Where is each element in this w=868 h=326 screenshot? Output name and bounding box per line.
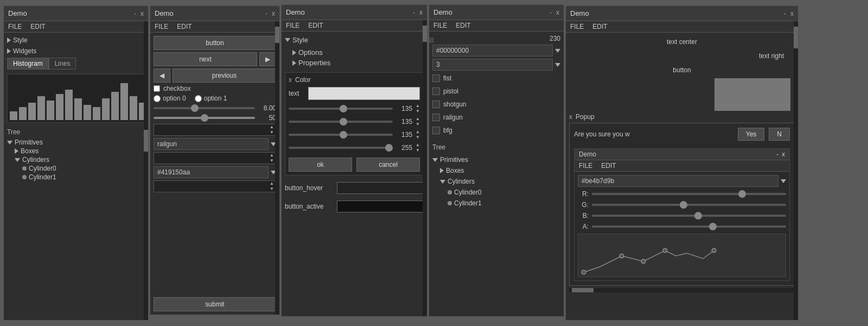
- bfg-checkbox[interactable]: [432, 127, 440, 134]
- widgets-tree-item[interactable]: Widgets: [7, 47, 145, 55]
- num2-input[interactable]: 217: [154, 153, 268, 164]
- panel1-close[interactable]: x: [141, 10, 144, 17]
- cylinder0-item[interactable]: Cylinder0: [7, 164, 145, 173]
- ch1-down[interactable]: ▼: [416, 109, 420, 114]
- next-arrow-icon[interactable]: ▶: [259, 52, 276, 66]
- color-x-btn[interactable]: x: [289, 76, 292, 84]
- properties-expand-row[interactable]: Properties: [292, 58, 424, 68]
- r-slider[interactable]: [592, 193, 786, 195]
- num-up-arrow[interactable]: ▲: [268, 124, 276, 130]
- options-expand-row[interactable]: Options: [292, 47, 424, 58]
- num3-input[interactable]: 3: [154, 181, 268, 192]
- panel5-close[interactable]: x: [790, 10, 794, 17]
- tab-histogram[interactable]: Histogram: [7, 58, 49, 70]
- panel5-menu-file[interactable]: FILE: [570, 23, 584, 30]
- ok-btn[interactable]: ok: [289, 158, 352, 172]
- panel4-close[interactable]: x: [556, 9, 559, 16]
- panel4-num2-arrow[interactable]: [555, 63, 560, 67]
- panel5-menu-edit[interactable]: EDIT: [592, 23, 607, 30]
- button-active-swatch[interactable]: [337, 200, 424, 212]
- panel5-scrollbar-h[interactable]: [569, 288, 795, 292]
- num2-down-arrow[interactable]: ▼: [268, 158, 276, 164]
- panel5-minimize[interactable]: -: [784, 10, 786, 17]
- tab-lines[interactable]: Lines: [49, 58, 76, 70]
- panel1-menu-file[interactable]: FILE: [8, 23, 22, 30]
- channel4-slider[interactable]: [289, 147, 393, 149]
- prev-arrow-icon[interactable]: ◀: [154, 68, 170, 83]
- checkbox-input[interactable]: [154, 85, 160, 92]
- g-slider[interactable]: [592, 204, 786, 206]
- ch4-up[interactable]: ▲: [416, 142, 420, 148]
- a-slider[interactable]: [592, 225, 786, 228]
- b-slider[interactable]: [592, 215, 786, 217]
- panel4-menu-edit[interactable]: EDIT: [456, 22, 470, 29]
- panel5-scrollbar[interactable]: [794, 21, 798, 320]
- color-val[interactable]: #419150aa: [154, 166, 269, 178]
- inner-minimize[interactable]: -: [776, 151, 778, 158]
- panel3-minimize[interactable]: -: [413, 9, 415, 16]
- inner-close[interactable]: x: [782, 151, 785, 158]
- panel1-minimize[interactable]: -: [134, 10, 136, 17]
- channel3-slider[interactable]: [289, 134, 393, 136]
- panel2-close[interactable]: x: [272, 10, 275, 17]
- next-btn[interactable]: next: [154, 52, 257, 66]
- railgun-checkbox[interactable]: [432, 114, 440, 121]
- inner-menu-edit[interactable]: EDIT: [601, 162, 616, 170]
- popup-x-btn[interactable]: x: [569, 113, 572, 121]
- yes-btn[interactable]: Yes: [738, 128, 765, 141]
- cylinders-item[interactable]: Cylinders: [7, 155, 145, 164]
- num3-up-arrow[interactable]: ▲: [268, 181, 276, 186]
- p4-cylinders-item[interactable]: Cylinders: [432, 177, 560, 186]
- inner-menu-file[interactable]: FILE: [579, 162, 592, 170]
- panel3-close[interactable]: x: [419, 9, 423, 16]
- panel4-num2-val[interactable]: 3: [432, 59, 553, 71]
- panel2-minimize[interactable]: -: [265, 10, 267, 17]
- channel2-slider[interactable]: [289, 121, 393, 123]
- button-btn[interactable]: button: [154, 36, 276, 50]
- ch3-up[interactable]: ▲: [416, 129, 420, 135]
- ch2-down[interactable]: ▼: [416, 122, 420, 127]
- panel4-color-arrow[interactable]: [555, 49, 560, 53]
- prev-btn[interactable]: previous: [173, 68, 276, 83]
- panel4-minimize[interactable]: -: [550, 9, 552, 16]
- panel2-menu-edit[interactable]: EDIT: [177, 23, 192, 30]
- submit-btn[interactable]: submit: [154, 297, 276, 311]
- panel3-menu-file[interactable]: FILE: [286, 22, 299, 29]
- boxes-item[interactable]: Boxes: [7, 147, 145, 155]
- inner-color-val[interactable]: #be4b7d9b: [578, 175, 778, 187]
- shotgun-checkbox[interactable]: [432, 101, 440, 108]
- primitives-item[interactable]: Primitives: [7, 138, 145, 147]
- style-tree-item[interactable]: Style: [7, 36, 145, 45]
- panel2-scrollbar[interactable]: [275, 21, 279, 315]
- ch3-down[interactable]: ▼: [416, 135, 420, 140]
- radio0-input[interactable]: [154, 95, 161, 102]
- panel2-menu-file[interactable]: FILE: [155, 23, 168, 30]
- num-down-arrow[interactable]: ▼: [268, 130, 276, 135]
- ch1-up[interactable]: ▲: [416, 103, 420, 109]
- inner-color-arrow[interactable]: [781, 179, 786, 183]
- ch4-down[interactable]: ▼: [416, 148, 420, 153]
- num2-up-arrow[interactable]: ▲: [268, 153, 276, 158]
- dropdown-val[interactable]: railgun: [154, 138, 269, 150]
- panel4-color-val[interactable]: #00000000: [432, 45, 553, 57]
- slider1[interactable]: [154, 107, 255, 109]
- panel4-menu-file[interactable]: FILE: [433, 22, 447, 29]
- scrollbar-v[interactable]: [144, 21, 148, 320]
- num3-down-arrow[interactable]: ▼: [268, 186, 276, 192]
- radio1-input[interactable]: [195, 95, 202, 102]
- p4-boxes-item[interactable]: Boxes: [432, 166, 560, 175]
- cancel-btn[interactable]: cancel: [356, 158, 420, 172]
- pistol-checkbox[interactable]: [432, 87, 440, 95]
- button-hover-swatch[interactable]: [337, 182, 424, 194]
- p4-primitives-item[interactable]: Primitives: [432, 155, 560, 164]
- panel3-menu-edit[interactable]: EDIT: [308, 22, 323, 29]
- num-input[interactable]: 100: [154, 124, 268, 135]
- p4-cylinder0-item[interactable]: Cylinder0: [432, 188, 560, 197]
- fist-checkbox[interactable]: [432, 74, 440, 82]
- panel1-menu-edit[interactable]: EDIT: [30, 23, 45, 30]
- p4-cylinder1-item[interactable]: Cylinder1: [432, 199, 560, 208]
- style-expand-row[interactable]: Style: [285, 35, 424, 45]
- no-btn[interactable]: N: [769, 128, 790, 141]
- channel1-slider[interactable]: [289, 108, 393, 110]
- slider2[interactable]: [154, 117, 255, 119]
